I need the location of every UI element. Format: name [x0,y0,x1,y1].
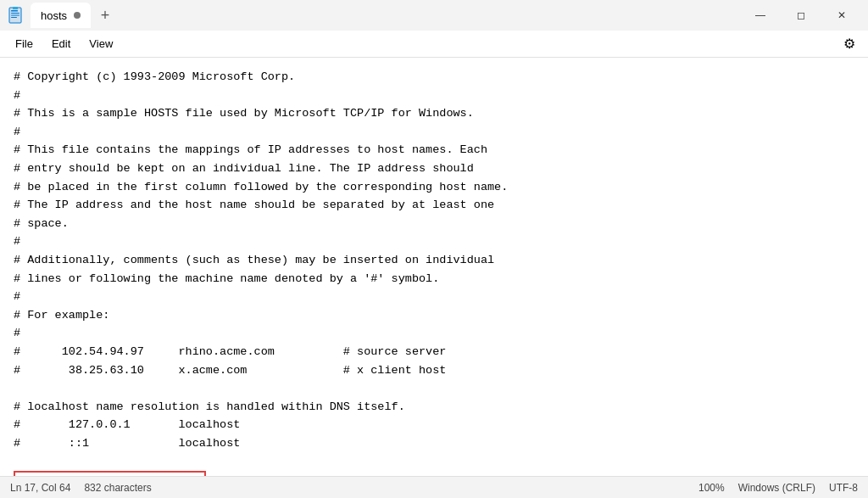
menu-view[interactable]: View [81,34,121,53]
title-bar: hosts + — ◻ ✕ [0,0,868,31]
maximize-button[interactable]: ◻ [782,2,821,29]
status-bar: Ln 17, Col 64 832 characters 100% Window… [0,476,868,498]
window-controls: — ◻ ✕ [741,2,861,29]
editor-area[interactable]: # Copyright (c) 1993-2009 Microsoft Corp… [0,58,868,476]
tab-title: hosts [41,9,67,22]
menu-items: File Edit View [7,34,121,53]
tab-bar: hosts + [31,3,734,28]
highlighted-entry: 11.11.11.1 www.mydomain.com [14,471,206,476]
settings-gear-icon[interactable]: ⚙ [837,32,861,56]
svg-rect-2 [11,10,18,12]
menu-file[interactable]: File [7,34,42,53]
active-tab[interactable]: hosts [31,3,91,28]
character-count: 832 characters [84,482,151,494]
encoding[interactable]: UTF-8 [829,482,858,494]
app-icon [7,7,24,24]
svg-rect-5 [11,17,17,18]
menu-edit[interactable]: Edit [43,34,79,53]
tab-modified-dot [74,12,81,19]
zoom-level[interactable]: 100% [698,482,725,494]
close-button[interactable]: ✕ [822,2,861,29]
svg-rect-6 [13,7,18,9]
svg-rect-4 [11,15,19,16]
add-tab-button[interactable]: + [92,3,118,28]
line-ending[interactable]: Windows (CRLF) [738,482,815,494]
editor-content: # Copyright (c) 1993-2009 Microsoft Corp… [0,58,868,476]
cursor-position: Ln 17, Col 64 [10,482,70,494]
svg-rect-3 [11,13,19,14]
minimize-button[interactable]: — [741,2,780,29]
menu-bar: File Edit View ⚙ [0,31,868,58]
